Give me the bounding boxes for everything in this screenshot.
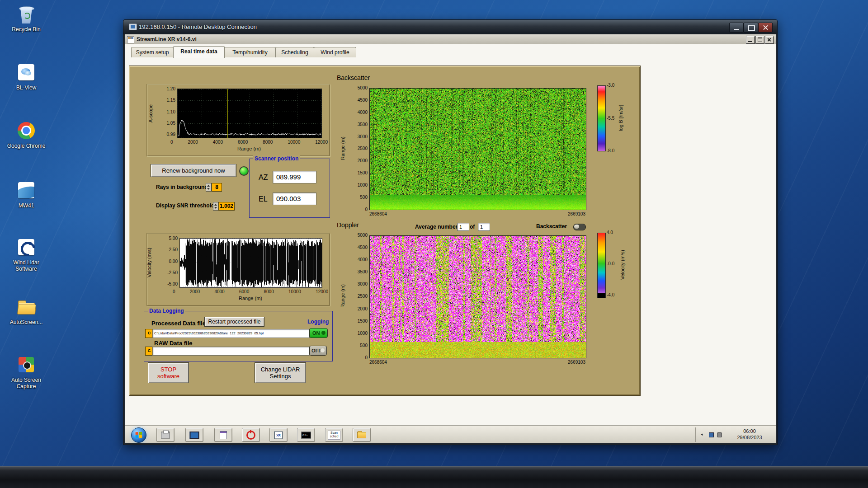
average-number-field[interactable]: 1	[457, 223, 469, 231]
desktop-icon-wind-lidar[interactable]: Wind Lidar Software	[4, 238, 49, 272]
rdp-close-button[interactable]	[758, 23, 773, 33]
app-titlebar[interactable]: StreamLine XR v14-6.vi	[125, 34, 776, 45]
tick-label: 1.05	[167, 121, 175, 126]
windows-flag-icon	[136, 432, 143, 439]
change-lidar-settings-button[interactable]: Change LiDAR Settings	[255, 362, 306, 383]
tab-scheduling[interactable]: Scheduling	[275, 47, 314, 57]
tab-real-time-data[interactable]: Real time data	[173, 46, 225, 58]
remote-tray-chevron-icon[interactable]: ◂	[701, 432, 703, 436]
rdp-titlebar[interactable]: 192.168.0.150 - Remote Desktop Connectio…	[123, 20, 777, 34]
backscatter-toggle[interactable]	[573, 224, 586, 230]
remote-taskbar-power-button[interactable]	[242, 428, 260, 442]
tick-label: -5.5	[607, 116, 614, 121]
doppler-heatmap	[369, 235, 586, 358]
snr-value-field[interactable]: 1.002	[218, 202, 235, 211]
rdp-minimize-button[interactable]	[729, 23, 744, 33]
tab-temp-humidity[interactable]: Temp/humidity	[224, 47, 276, 57]
processed-path-field[interactable]: C:\Lidar\Data\Proc\2023\202308\20230829\…	[152, 329, 310, 338]
camera-lens	[23, 361, 31, 370]
tick-label: 0	[173, 289, 175, 294]
app-restore-button[interactable]	[755, 36, 764, 44]
tick-label: 4000	[214, 289, 224, 294]
stop-software-button[interactable]: STOP software	[148, 362, 189, 383]
ascope-y-axis-label: A-scope	[148, 104, 153, 122]
tick-label: 4500	[358, 245, 368, 250]
tick-label: 1.20	[167, 86, 175, 91]
velocity-x-axis-label: Range (m)	[179, 296, 321, 301]
tick-label: 6000	[238, 140, 248, 145]
tick-label: 1.15	[167, 98, 175, 103]
backscatter-heatmap	[369, 88, 586, 210]
wind-lidar-icon	[16, 238, 37, 258]
average-number-label: Average number	[415, 224, 458, 230]
remote-tray-volume-icon[interactable]	[717, 432, 722, 437]
tick-label: 4000	[358, 110, 368, 115]
rdp-maximize-button[interactable]	[744, 23, 758, 33]
remote-taskbar-folder-button[interactable]	[353, 428, 371, 442]
xr-app-icon: XR	[274, 431, 283, 439]
settings-label-line2: Settings	[258, 373, 303, 380]
tick-label: 8000	[264, 289, 274, 294]
tab-strip: System setup Real time data Temp/humidit…	[125, 44, 776, 58]
tick-label: 4.0	[607, 230, 613, 235]
backscatter-colorbar-label: log B [/m/sr]	[618, 105, 623, 131]
remote-taskbar-display-button[interactable]	[185, 428, 203, 442]
logging-on-button[interactable]: ON	[309, 328, 328, 338]
desktop-icon-google-chrome[interactable]: Google Chrome	[4, 121, 49, 149]
desktop-icon-autoscreen[interactable]: AutoScreen...	[4, 297, 49, 325]
remote-clock[interactable]: 06:00 29/08/2023	[726, 428, 773, 441]
settings-label-line1: Change LiDAR	[258, 366, 303, 373]
folder-icon	[357, 432, 366, 438]
printer-paper	[163, 430, 169, 433]
tick-label: 5.00	[169, 236, 178, 241]
folder-front	[17, 305, 36, 314]
doppler-y-ticks: 5000450040003500300025002000150010005000	[349, 233, 368, 360]
remote-taskbar-app-button[interactable]	[214, 428, 232, 442]
remote-taskbar-cmd-button[interactable]: C:\>	[297, 428, 315, 442]
desktop-icon-bl-view[interactable]: BL-View	[4, 63, 49, 91]
doppler-x-ticks: 26686042669103	[369, 360, 585, 365]
desktop-icon-recycle-bin[interactable]: Recycle Bin	[4, 5, 49, 33]
logging-off-button[interactable]: OFF	[309, 346, 327, 356]
doppler-colorbar	[597, 233, 606, 298]
rays-value-field[interactable]: 8	[212, 183, 222, 192]
tick-label: 3000	[358, 282, 368, 286]
app-close-button[interactable]	[765, 36, 774, 44]
tick-label: 2500	[358, 294, 368, 299]
tick-label: 5000	[358, 85, 368, 90]
remote-taskbar-xr-app-button[interactable]: XR	[269, 428, 288, 442]
doppler-colorbar-ticks: 4.0-0.0-4.0	[607, 230, 618, 297]
renew-background-button[interactable]: Renew background now	[151, 164, 236, 177]
desktop-icon-label: BL-View	[4, 84, 49, 91]
tick-label: 4500	[358, 98, 368, 103]
flag-pane	[139, 432, 142, 435]
desktop-icon-mw41[interactable]: MW41	[4, 181, 49, 209]
tick-label: 1000	[358, 183, 368, 188]
tick-label: 0.00	[169, 259, 178, 264]
tab-system-setup[interactable]: System setup	[131, 47, 174, 57]
remote-taskbar: XR C:\> Scan sched ◂ 06:00 29/08/2023	[125, 425, 776, 443]
remote-taskbar-printer-button[interactable]	[156, 428, 175, 442]
velocity-plot	[179, 238, 322, 288]
backscatter-colorbar	[597, 85, 606, 151]
remote-tray-network-icon[interactable]	[709, 432, 714, 437]
data-logging-title: Data Logging	[148, 308, 185, 314]
tab-wind-profile[interactable]: Wind profile	[314, 47, 356, 57]
desktop-icon-label: Wind Lidar Software	[4, 259, 49, 272]
tick-label: 10000	[288, 140, 300, 145]
power-off-icon	[246, 431, 255, 440]
app-minimize-button[interactable]	[746, 36, 755, 44]
raw-data-file-label: RAW Data file	[154, 340, 193, 347]
remote-start-button[interactable]	[131, 427, 146, 443]
restart-processed-file-button[interactable]: Restart processed file	[204, 317, 264, 327]
tick-label: 4000	[358, 257, 368, 262]
rays-spinner[interactable]	[206, 183, 212, 192]
tick-label: 0	[365, 207, 368, 212]
stop-label-line1: STOP	[151, 366, 186, 373]
dot-shape	[28, 242, 32, 245]
tick-label: 2000	[190, 289, 200, 294]
remote-taskbar-scan-sched-button[interactable]: Scan sched	[325, 428, 343, 442]
backscatter-y-axis-label: Range (m)	[340, 136, 345, 160]
desktop-icon-auto-screen-capture[interactable]: Auto Screen Capture	[4, 355, 49, 389]
raw-path-field[interactable]	[152, 347, 310, 356]
